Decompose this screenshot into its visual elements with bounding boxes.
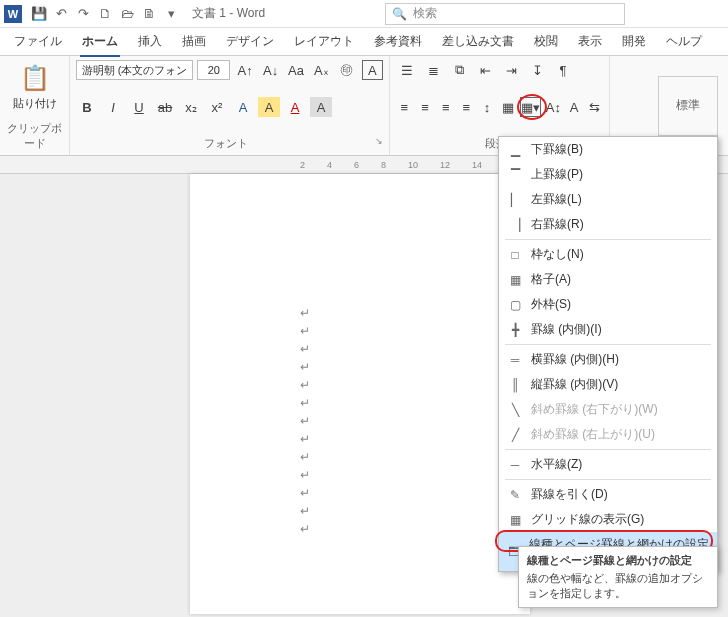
numbering-button[interactable]: ≣	[422, 60, 444, 80]
asian-layout-button[interactable]: A	[566, 97, 583, 117]
bullets-button[interactable]: ☰	[396, 60, 418, 80]
menu-item-label: 罫線 (内側)(I)	[531, 321, 602, 338]
char-shading-button[interactable]: A	[310, 97, 332, 117]
menu-item-label: 枠なし(N)	[531, 246, 584, 263]
tab-home[interactable]: ホーム	[72, 27, 128, 56]
tooltip-title: 線種とページ罫線と網かけの設定	[527, 553, 709, 568]
tab-design[interactable]: デザイン	[216, 27, 284, 56]
font-name-select[interactable]: 游明朝 (本文のフォン	[76, 60, 193, 80]
app-icon: W	[4, 5, 22, 23]
text-direction-button[interactable]: A↕	[545, 97, 562, 117]
border-draw-icon: ✎	[507, 487, 523, 503]
phonetic-guide-button[interactable]: Aa	[285, 60, 306, 80]
show-marks-button[interactable]: ¶	[552, 60, 574, 80]
border-box-icon: ▢	[507, 297, 523, 313]
borders-menu-item[interactable]: ─水平線(Z)	[499, 452, 717, 477]
text-effects-button[interactable]: A	[232, 97, 254, 117]
align-center-button[interactable]: ≡	[417, 97, 434, 117]
align-left-button[interactable]: ≡	[396, 97, 413, 117]
border-hr-icon: ─	[507, 457, 523, 473]
font-size-select[interactable]: 20	[197, 60, 230, 80]
border-dup-icon: ╱	[507, 427, 523, 443]
borders-menu-item[interactable]: ▦格子(A)	[499, 267, 717, 292]
style-normal[interactable]: 標準	[658, 76, 718, 136]
tooltip: 線種とページ罫線と網かけの設定 線の色や幅など、罫線の追加オプションを指定します…	[518, 546, 718, 608]
borders-menu-item[interactable]: ▢外枠(S)	[499, 292, 717, 317]
shading-button[interactable]: ▦	[499, 97, 516, 117]
sort-button[interactable]: ↧	[526, 60, 548, 80]
clear-format-button[interactable]: Aₓ	[311, 60, 332, 80]
borders-menu-item[interactable]: ▏左罫線(L)	[499, 187, 717, 212]
decrease-indent-button[interactable]: ⇤	[474, 60, 496, 80]
font-group-label: フォント	[76, 136, 375, 151]
italic-button[interactable]: I	[102, 97, 124, 117]
borders-menu-item[interactable]: ▦グリッド線の表示(G)	[499, 507, 717, 532]
open-icon[interactable]: 🗁	[118, 5, 136, 23]
borders-menu-item[interactable]: ▕右罫線(R)	[499, 212, 717, 237]
bold-button[interactable]: B	[76, 97, 98, 117]
blankdoc-icon[interactable]: 🗋	[96, 5, 114, 23]
decrease-font-button[interactable]: A↓	[260, 60, 281, 80]
increase-indent-button[interactable]: ⇥	[500, 60, 522, 80]
search-input[interactable]: 🔍 検索	[385, 3, 625, 25]
border-none-icon: □	[507, 247, 523, 263]
tab-mailings[interactable]: 差し込み文書	[432, 27, 524, 56]
menu-item-label: 左罫線(L)	[531, 191, 582, 208]
tab-help[interactable]: ヘルプ	[656, 27, 712, 56]
paragraph-marks: ↵↵↵↵↵↵↵↵↵↵↵↵↵	[300, 304, 308, 538]
increase-font-button[interactable]: A↑	[234, 60, 255, 80]
paste-button[interactable]: 📋 貼り付け	[6, 60, 63, 111]
borders-menu-item[interactable]: ▔上罫線(P)	[499, 162, 717, 187]
search-icon: 🔍	[392, 7, 407, 21]
menu-item-label: 上罫線(P)	[531, 166, 583, 183]
tab-insert[interactable]: 挿入	[128, 27, 172, 56]
font-color-button[interactable]: A	[284, 97, 306, 117]
tab-developer[interactable]: 開発	[612, 27, 656, 56]
borders-menu-item[interactable]: ═横罫線 (内側)(H)	[499, 347, 717, 372]
justify-button[interactable]: ≡	[458, 97, 475, 117]
font-dialog-launcher[interactable]: ↘	[375, 136, 383, 151]
font-group: 游明朝 (本文のフォン 20 A↑ A↓ Aa Aₓ ㊞ A B I U ab …	[70, 56, 390, 155]
character-border-button[interactable]: A	[362, 60, 383, 80]
underline-button[interactable]: U	[128, 97, 150, 117]
menu-item-label: 外枠(S)	[531, 296, 571, 313]
tab-view[interactable]: 表示	[568, 27, 612, 56]
tab-review[interactable]: 校閲	[524, 27, 568, 56]
newpage-icon[interactable]: 🗎	[140, 5, 158, 23]
borders-menu-item: ╱斜め罫線 (右上がり)(U)	[499, 422, 717, 447]
qat-dropdown-icon[interactable]: ▾	[162, 5, 180, 23]
subscript-button[interactable]: x₂	[180, 97, 202, 117]
enclose-button[interactable]: ㊞	[336, 60, 357, 80]
menu-item-label: 斜め罫線 (右下がり)(W)	[531, 401, 658, 418]
menu-item-label: 格子(A)	[531, 271, 571, 288]
tab-draw[interactable]: 描画	[172, 27, 216, 56]
multilevel-button[interactable]: ⧉	[448, 60, 470, 80]
ribbon-tabs: ファイル ホーム 挿入 描画 デザイン レイアウト 参考資料 差し込み文書 校閲…	[0, 28, 728, 56]
page[interactable]: ↵↵↵↵↵↵↵↵↵↵↵↵↵	[190, 174, 530, 614]
borders-menu-item[interactable]: ✎罫線を引く(D)	[499, 482, 717, 507]
tab-file[interactable]: ファイル	[4, 27, 72, 56]
superscript-button[interactable]: x²	[206, 97, 228, 117]
borders-menu-item[interactable]: ▁下罫線(B)	[499, 137, 717, 162]
tab-references[interactable]: 参考資料	[364, 27, 432, 56]
borders-menu-item[interactable]: ╋罫線 (内側)(I)	[499, 317, 717, 342]
borders-menu-item[interactable]: □枠なし(N)	[499, 242, 717, 267]
borders-menu-item: ╲斜め罫線 (右下がり)(W)	[499, 397, 717, 422]
borders-menu-item[interactable]: ║縦罫線 (内側)(V)	[499, 372, 717, 397]
distributed-button[interactable]: ⇆	[586, 97, 603, 117]
redo-icon[interactable]: ↷	[74, 5, 92, 23]
strike-button[interactable]: ab	[154, 97, 176, 117]
undo-icon[interactable]: ↶	[52, 5, 70, 23]
line-spacing-button[interactable]: ↕	[479, 97, 496, 117]
menu-item-label: 縦罫線 (内側)(V)	[531, 376, 618, 393]
tab-layout[interactable]: レイアウト	[284, 27, 364, 56]
menu-item-label: グリッド線の表示(G)	[531, 511, 644, 528]
borders-dropdown: ▁下罫線(B)▔上罫線(P)▏左罫線(L)▕右罫線(R)□枠なし(N)▦格子(A…	[498, 136, 718, 572]
save-icon[interactable]: 💾	[30, 5, 48, 23]
menu-item-label: 横罫線 (内側)(H)	[531, 351, 619, 368]
highlight-button[interactable]: A	[258, 97, 280, 117]
borders-button[interactable]: ▦▾	[520, 97, 541, 117]
border-ddown-icon: ╲	[507, 402, 523, 418]
align-right-button[interactable]: ≡	[437, 97, 454, 117]
border-bottom-icon: ▁	[507, 142, 523, 158]
